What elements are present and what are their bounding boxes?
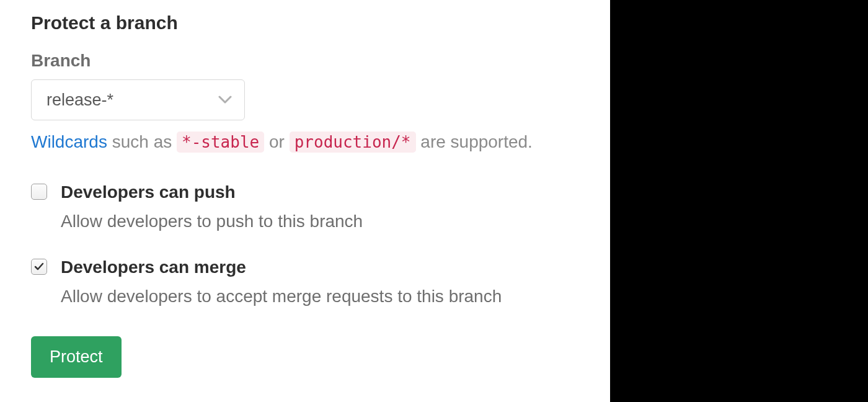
- developers-push-desc: Allow developers to push to this branch: [61, 209, 363, 234]
- developers-merge-option: Developers can merge Allow developers to…: [31, 255, 579, 309]
- form-title: Protect a branch: [31, 12, 579, 34]
- wildcards-link[interactable]: Wildcards: [31, 132, 107, 151]
- developers-push-checkbox[interactable]: [31, 184, 47, 200]
- protect-branch-form: Protect a branch Branch release-* Wildca…: [0, 0, 610, 402]
- developers-push-option: Developers can push Allow developers to …: [31, 180, 579, 234]
- wildcard-hint: Wildcards such as *-stable or production…: [31, 129, 579, 155]
- protect-button[interactable]: Protect: [31, 336, 122, 378]
- example-code-1: *-stable: [177, 132, 264, 153]
- branch-field-label: Branch: [31, 51, 579, 71]
- example-code-2: production/*: [290, 132, 416, 153]
- right-side-panel: [610, 0, 868, 402]
- developers-push-title: Developers can push: [61, 180, 363, 205]
- branch-select-value: release-*: [46, 91, 113, 110]
- developers-merge-desc: Allow developers to accept merge request…: [61, 284, 502, 310]
- developers-merge-title: Developers can merge: [61, 255, 502, 280]
- chevron-down-icon: [218, 96, 232, 104]
- branch-select[interactable]: release-*: [31, 79, 245, 120]
- developers-merge-checkbox[interactable]: [31, 259, 47, 275]
